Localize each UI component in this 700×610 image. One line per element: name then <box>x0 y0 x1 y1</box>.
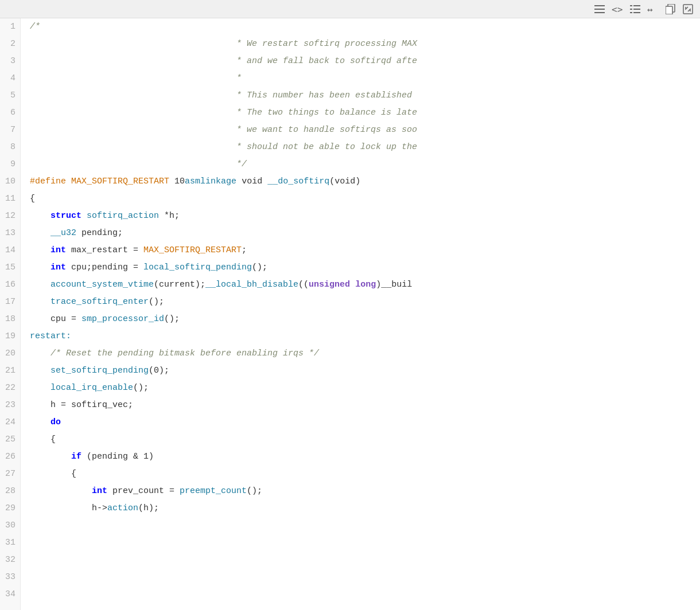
list-icon[interactable] <box>630 5 640 13</box>
code-line-31: { <box>30 466 700 483</box>
copy-icon[interactable] <box>666 4 676 14</box>
code-line-19: cpu = smp_processor_id(); <box>30 311 700 328</box>
hamburger-menu-icon[interactable] <box>594 5 605 13</box>
code-line-24: local_irq_enable(); <box>30 380 700 397</box>
line-num-2: 2 <box>5 36 15 53</box>
code-line-3: * and we fall back to softirqd afte <box>30 53 700 70</box>
svg-rect-7 <box>633 9 640 10</box>
code-line-29: { <box>30 431 700 448</box>
line-num-9: 9 <box>5 156 15 173</box>
line-num-6: 6 <box>5 104 15 122</box>
line-num-34: 34 <box>5 586 15 603</box>
code-line-12: struct softirq_action *h; <box>30 208 700 225</box>
code-line-34: h->action(h); <box>30 500 700 517</box>
svg-text:<>: <> <box>612 5 623 14</box>
svg-rect-1 <box>594 9 605 10</box>
line-num-24: 24 <box>5 414 15 431</box>
line-num-14: 14 <box>5 242 15 259</box>
line-num-15: 15 <box>5 259 15 276</box>
code-line-11: { <box>30 190 700 208</box>
code-line-9: */ <box>30 156 700 173</box>
line-num-21: 21 <box>5 362 15 380</box>
line-num-3: 3 <box>5 53 15 70</box>
line-num-7: 7 <box>5 122 15 139</box>
code-line-4: * <box>30 70 700 87</box>
svg-rect-5 <box>633 5 640 6</box>
svg-rect-0 <box>594 5 605 6</box>
line-num-29: 29 <box>5 500 15 517</box>
code-line-1: /* <box>30 18 700 36</box>
code-line-10: #define MAX_SOFTIRQ_RESTART 10asmlinkage… <box>30 173 700 190</box>
line-num-17: 17 <box>5 294 15 311</box>
line-num-22: 22 <box>5 380 15 397</box>
toolbar: <> ↔ <box>0 0 700 18</box>
code-line-5: * This number has been established <box>30 87 700 104</box>
code-line-32: int prev_count = preempt_count(); <box>30 483 700 500</box>
line-num-20: 20 <box>5 345 15 362</box>
code-line-8: * should not be able to lock up the <box>30 139 700 156</box>
code-line-28: do <box>30 414 700 431</box>
line-num-10: 10 <box>5 173 15 190</box>
code-line-13: __u32 pending; <box>30 225 700 242</box>
code-container: 1 2 3 4 5 6 7 8 9 10 11 12 13 14 15 16 1… <box>0 18 700 610</box>
svg-rect-4 <box>630 5 632 6</box>
line-num-13: 13 <box>5 225 15 242</box>
line-num-23: 23 <box>5 397 15 414</box>
line-num-28: 28 <box>5 483 15 500</box>
code-line-6: * The two things to balance is late <box>30 104 700 122</box>
line-num-8: 8 <box>5 139 15 156</box>
code-line-30: if (pending & 1) <box>30 448 700 466</box>
line-num-32: 32 <box>5 552 15 569</box>
svg-rect-6 <box>630 9 632 10</box>
svg-rect-13 <box>683 5 693 14</box>
code-line-14: int max_restart = MAX_SOFTIRQ_RESTART; <box>30 242 700 259</box>
code-line-16: account_system_vtime(current);__local_bh… <box>30 276 700 294</box>
code-line-22: set_softirq_pending(0); <box>30 362 700 380</box>
line-num-12: 12 <box>5 208 15 225</box>
line-num-27: 27 <box>5 466 15 483</box>
svg-text:↔: ↔ <box>647 5 653 14</box>
line-numbers: 1 2 3 4 5 6 7 8 9 10 11 12 13 14 15 16 1… <box>0 18 21 610</box>
line-num-4: 4 <box>5 70 15 87</box>
line-num-19: 19 <box>5 328 15 345</box>
line-num-33: 33 <box>5 569 15 586</box>
line-num-18: 18 <box>5 311 15 328</box>
code-line-17: trace_softirq_enter(); <box>30 294 700 311</box>
svg-rect-9 <box>633 12 640 13</box>
code-line-15: int cpu;pending = local_softirq_pending(… <box>30 259 700 276</box>
svg-rect-2 <box>594 12 605 13</box>
line-num-11: 11 <box>5 190 15 208</box>
code-line-7: * we want to handle softirqs as soo <box>30 122 700 139</box>
line-num-25: 25 <box>5 431 15 448</box>
line-num-31: 31 <box>5 534 15 552</box>
arrows-icon[interactable]: ↔ <box>647 5 659 14</box>
line-num-5: 5 <box>5 87 15 104</box>
code-line-21: /* Reset the pending bitmask before enab… <box>30 345 700 362</box>
code-brackets-icon[interactable]: <> <box>612 5 623 14</box>
svg-rect-12 <box>666 6 672 14</box>
code-content: /* * We restart softirq processing MAX *… <box>21 18 700 610</box>
line-num-26: 26 <box>5 448 15 466</box>
svg-rect-8 <box>630 12 632 13</box>
code-line-2: * We restart softirq processing MAX <box>30 36 700 53</box>
line-num-1: 1 <box>5 18 15 36</box>
line-num-30: 30 <box>5 517 15 534</box>
expand-icon[interactable] <box>683 4 693 14</box>
code-line-20: restart: <box>30 328 700 345</box>
code-line-26: h = softirq_vec; <box>30 397 700 414</box>
line-num-16: 16 <box>5 276 15 294</box>
